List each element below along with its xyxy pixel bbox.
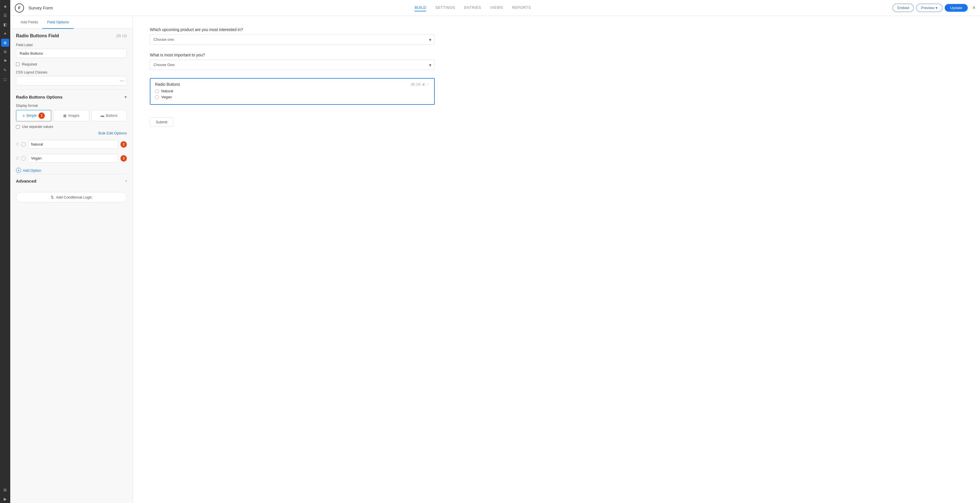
section-header: Radio Buttons Options ▾: [16, 94, 127, 100]
radio-options-title: Radio Buttons Options: [16, 95, 62, 99]
update-button[interactable]: Update: [945, 4, 968, 12]
field-label-group: Field Label: [16, 43, 127, 58]
icon-bar-item-11[interactable]: ▶: [1, 495, 9, 503]
radio-field-id-text: (ID 13): [411, 83, 420, 86]
icon-bar-item-5[interactable]: ⊕: [1, 39, 9, 47]
nav-reports[interactable]: REPORTS: [512, 4, 531, 11]
logo-text: F: [18, 6, 21, 10]
preview-field-q3: Radio Buttons (ID 13) ⊕ ⋮ Natural: [150, 78, 435, 105]
css-layout-group: CSS Layout Classes ···: [16, 70, 127, 86]
icon-bar-item-8[interactable]: ✎: [1, 66, 9, 74]
move-icon[interactable]: ⊕: [422, 83, 425, 86]
advanced-chevron-icon: ›: [125, 178, 127, 183]
icon-bar-item-6[interactable]: ⚙: [1, 48, 9, 56]
q2-question: What is most important to you?: [150, 53, 435, 57]
advanced-title: Advanced: [16, 178, 37, 183]
nav-entries[interactable]: ENTRIES: [464, 4, 481, 11]
format-images[interactable]: ▦ Images: [54, 110, 89, 121]
left-panel: Add Fields Field Options Radio Buttons F…: [10, 16, 133, 503]
option-radio-2: [21, 156, 25, 161]
tab-add-fields[interactable]: Add Fields: [16, 16, 43, 29]
bulk-edit-link[interactable]: Bulk Edit Options: [16, 131, 127, 135]
conditional-logic-icon: ⇅: [51, 195, 54, 199]
required-row: Required: [16, 62, 127, 66]
q1-select[interactable]: Choose one:: [150, 34, 435, 45]
format-buttons[interactable]: ▬ Buttons: [91, 110, 127, 121]
format-simple[interactable]: ≡ Simple 1: [16, 110, 51, 121]
q2-select[interactable]: Choose One:: [150, 59, 435, 70]
conditional-logic-button[interactable]: ⇅ Add Conditional Logic: [16, 192, 127, 202]
panel-tabs: Add Fields Field Options: [10, 16, 132, 29]
option-input-2[interactable]: [28, 154, 118, 162]
app-title: Survey Form: [29, 5, 53, 10]
option-input-1[interactable]: [28, 140, 118, 149]
right-panel: Which upcoming product are you most inte…: [133, 16, 980, 503]
q1-question: Which upcoming product are you most inte…: [150, 27, 435, 32]
separate-values-row: Use separate values: [16, 125, 127, 129]
icon-bar-item-10[interactable]: ⊞: [1, 486, 9, 494]
preview-field-q2: What is most important to you? Choose On…: [150, 53, 435, 70]
drag-handle-2[interactable]: ⠿: [16, 156, 19, 161]
preview-dropdown-icon: ▾: [935, 6, 937, 10]
form-preview: Which upcoming product are you most inte…: [150, 27, 435, 127]
separate-values-label[interactable]: Use separate values: [22, 125, 53, 129]
field-label-label: Field Label: [16, 43, 127, 47]
radio-circle-vegan: [155, 95, 159, 99]
active-radio-field[interactable]: Radio Buttons (ID 13) ⊕ ⋮ Natural: [150, 78, 435, 105]
format-buttons-icon: ▬: [100, 114, 104, 118]
format-simple-label: Simple: [26, 114, 37, 118]
radio-options-section: Radio Buttons Options ▾ Display format ≡…: [16, 89, 127, 174]
field-title: Radio Buttons Field: [16, 33, 59, 38]
required-label[interactable]: Required: [22, 62, 37, 66]
field-header: Radio Buttons Field (ID 13): [16, 33, 127, 38]
header-actions: Embed Preview ▾ Update ×: [892, 4, 975, 12]
active-field-id: (ID 13) ⊕ ⋮: [411, 83, 430, 86]
close-button[interactable]: ×: [972, 5, 975, 11]
tab-field-options[interactable]: Field Options: [43, 16, 73, 29]
radio-option-natural: Natural: [155, 89, 430, 93]
field-id-badge: (ID 13): [116, 34, 127, 38]
format-badge-1: 1: [38, 113, 45, 119]
icon-bar-item-3[interactable]: ◧: [1, 21, 9, 29]
header: F Survey Form BUILD SETTINGS ENTRIES VIE…: [10, 0, 980, 16]
more-icon[interactable]: ⋮: [426, 83, 430, 86]
plus-circle-icon: +: [16, 168, 21, 173]
icon-bar-item-9[interactable]: ◻: [1, 75, 9, 83]
add-option-button[interactable]: + Add Option: [16, 167, 127, 174]
css-input-wrapper: ···: [16, 76, 127, 86]
required-checkbox[interactable]: [16, 62, 20, 66]
panel-content: Radio Buttons Field (ID 13) Field Label …: [10, 29, 132, 503]
nav-settings[interactable]: SETTINGS: [435, 4, 455, 11]
drag-handle-1[interactable]: ⠿: [16, 142, 19, 147]
advanced-header[interactable]: Advanced ›: [16, 178, 127, 183]
q1-select-wrapper: Choose one:: [150, 34, 435, 45]
css-layout-input[interactable]: [16, 76, 127, 86]
display-format-label: Display format: [16, 103, 127, 108]
radio-circle-natural: [155, 89, 159, 93]
q2-select-wrapper: Choose One:: [150, 59, 435, 70]
preview-button[interactable]: Preview ▾: [916, 4, 942, 12]
icon-bar-item-7[interactable]: ⚑: [1, 57, 9, 65]
body-layout: Add Fields Field Options Radio Buttons F…: [10, 16, 980, 503]
icon-bar-item-2[interactable]: ☰: [1, 11, 9, 19]
embed-button[interactable]: Embed: [892, 4, 914, 12]
radio-label-vegan: Vegan: [161, 95, 172, 99]
option-radio-1: [21, 142, 25, 147]
separate-values-checkbox[interactable]: [16, 125, 20, 129]
icon-bar-item-4[interactable]: ✦: [1, 30, 9, 38]
radio-option-vegan: Vegan: [155, 95, 430, 99]
field-label-input[interactable]: [16, 49, 127, 58]
icon-bar-item-1[interactable]: ◈: [1, 2, 9, 10]
css-layout-label: CSS Layout Classes: [16, 70, 127, 74]
advanced-section: Advanced ›: [16, 174, 127, 188]
section-toggle-icon[interactable]: ▾: [124, 94, 127, 100]
option-badge-1: 2: [121, 141, 127, 148]
nav-views[interactable]: VIEWS: [490, 4, 503, 11]
preview-field-q1: Which upcoming product are you most inte…: [150, 27, 435, 45]
radio-label-natural: Natural: [161, 89, 173, 93]
submit-button[interactable]: Submit: [150, 117, 173, 127]
css-dots[interactable]: ···: [120, 78, 124, 83]
nav-build[interactable]: BUILD: [415, 4, 426, 11]
add-option-label: Add Option: [23, 168, 41, 173]
app-logo: F: [15, 3, 24, 13]
